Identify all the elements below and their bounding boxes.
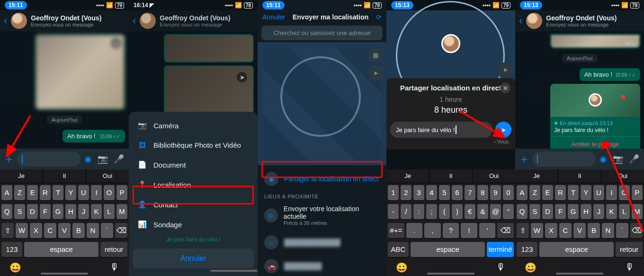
key-O[interactable]: O	[104, 185, 115, 200]
dictation-icon[interactable]: 🎙	[625, 262, 635, 273]
key-0[interactable]: 0	[503, 185, 514, 200]
message-bubble[interactable]: Ah bravo ! 15:09✓✓	[63, 130, 125, 142]
suggest-3[interactable]: Oui	[86, 169, 129, 183]
key-M[interactable]: M	[116, 204, 127, 219]
key-C[interactable]: C	[559, 223, 572, 238]
dictation-icon[interactable]: 🎙	[496, 262, 506, 273]
back-icon[interactable]: ‹	[519, 15, 522, 27]
key-![interactable]: !	[461, 223, 477, 238]
key-)[interactable]: )	[452, 204, 463, 219]
suggest-3[interactable]: Oui	[473, 169, 515, 183]
key-Y[interactable]: Y	[581, 185, 591, 200]
attach-plus-icon[interactable]: ＋	[518, 151, 530, 167]
key-K[interactable]: K	[606, 204, 617, 219]
key-8[interactable]: 8	[477, 185, 488, 200]
image-message[interactable]: ➤	[35, 34, 125, 110]
key-9[interactable]: 9	[490, 185, 501, 200]
key-R[interactable]: R	[40, 185, 51, 200]
key-5[interactable]: 5	[439, 185, 450, 200]
message-bubble[interactable]: Ah bravo !15:09✓✓	[580, 68, 640, 81]
key-Y[interactable]: Y	[65, 185, 76, 200]
key-J[interactable]: J	[78, 204, 89, 219]
key-?[interactable]: ?	[443, 223, 459, 238]
key-Q[interactable]: Q	[517, 204, 528, 219]
suggest-2[interactable]: Il	[43, 169, 86, 183]
key-.[interactable]: .	[406, 223, 423, 238]
key-E[interactable]: E	[27, 185, 38, 200]
key-J[interactable]: J	[593, 204, 604, 219]
camera-icon[interactable]: 📷	[611, 154, 625, 164]
attach-plus-icon[interactable]: ＋	[3, 151, 15, 167]
key-'[interactable]: '	[479, 223, 496, 238]
key-T[interactable]: T	[568, 185, 579, 200]
key-H[interactable]: H	[65, 204, 76, 219]
key-K[interactable]: K	[91, 204, 102, 219]
key-S[interactable]: S	[529, 204, 540, 219]
suggest-1[interactable]: Je	[515, 169, 558, 183]
key-T[interactable]: T	[53, 185, 63, 200]
avatar[interactable]	[526, 13, 542, 29]
key-W[interactable]: W	[531, 223, 543, 238]
key-I[interactable]: I	[606, 185, 617, 200]
key-G[interactable]: G	[568, 204, 579, 219]
message-input[interactable]	[532, 151, 596, 167]
menu-poll[interactable]: 📊Sondage	[129, 214, 258, 234]
key-&[interactable]: &	[477, 204, 488, 219]
key-⌫[interactable]: ⌫	[630, 223, 643, 238]
key-space[interactable]: espace	[411, 242, 485, 257]
key-123[interactable]: 123	[1, 242, 22, 257]
key-N[interactable]: N	[87, 223, 99, 238]
key-⇧[interactable]: ⇧	[517, 223, 529, 238]
close-icon[interactable]: ✕	[500, 83, 510, 93]
key-M[interactable]: M	[632, 204, 643, 219]
key-W[interactable]: W	[16, 223, 28, 238]
key-done[interactable]: terminé	[487, 242, 514, 257]
forward-icon[interactable]: ➤	[111, 38, 121, 48]
home-indicator[interactable]	[427, 273, 474, 275]
key-´[interactable]: ´	[616, 223, 628, 238]
mic-icon[interactable]: 🎤	[112, 154, 126, 164]
key-/[interactable]: /	[401, 204, 411, 219]
key-A[interactable]: A	[517, 185, 528, 200]
key-:[interactable]: :	[413, 204, 424, 219]
key-G[interactable]: G	[53, 204, 63, 219]
key-1[interactable]: 1	[388, 185, 399, 200]
key-Z[interactable]: Z	[14, 185, 25, 200]
keyboard[interactable]: Je Il Oui AZERTYUIOP QSDFGHJKLM ⇧WXCVBN´…	[0, 169, 129, 276]
key-L[interactable]: L	[104, 204, 115, 219]
duration-option-1h[interactable]: 1 heure	[386, 95, 515, 104]
key-Q[interactable]: Q	[1, 204, 12, 219]
key-3[interactable]: 3	[413, 185, 424, 200]
key-L[interactable]: L	[619, 204, 630, 219]
keyboard-numeric[interactable]: Je Il Oui 1234567890 -/:;()€&@" #+=.,?!'…	[386, 169, 515, 276]
comment-input[interactable]: Je pars faire du vélo !	[390, 122, 492, 138]
nearby-place[interactable]: 🚗████████	[258, 254, 386, 276]
menu-photo-library[interactable]: 🖼Bibliothèque Photo et Vidéo	[129, 135, 258, 155]
emoji-icon[interactable]: 😀	[396, 262, 408, 273]
back-icon[interactable]: ‹	[4, 15, 7, 27]
key-;[interactable]: ;	[426, 204, 437, 219]
key-P[interactable]: P	[116, 185, 127, 200]
message-input[interactable]	[17, 151, 80, 167]
cancel-button[interactable]: Annuler	[262, 13, 285, 21]
menu-document[interactable]: 📄Document	[129, 155, 258, 175]
key-,[interactable]: ,	[424, 223, 441, 238]
recenter-button[interactable]: ➤	[368, 66, 383, 80]
key-U[interactable]: U	[593, 185, 604, 200]
sticker-icon[interactable]: ◉	[598, 154, 609, 164]
key-C[interactable]: C	[44, 223, 56, 238]
duration-option-8h[interactable]: 8 heures	[386, 104, 515, 116]
key-X[interactable]: X	[545, 223, 557, 238]
key-⌫[interactable]: ⌫	[497, 223, 514, 238]
suggest-2[interactable]: Il	[558, 169, 601, 183]
key-R[interactable]: R	[555, 185, 566, 200]
map[interactable]: ▦ ➤	[258, 42, 386, 165]
key-([interactable]: (	[439, 204, 450, 219]
key-´[interactable]: ´	[101, 223, 113, 238]
key-@[interactable]: @	[490, 204, 501, 219]
key-#+=[interactable]: #+=	[388, 223, 404, 238]
key-return[interactable]: retour	[616, 242, 643, 257]
key-P[interactable]: P	[632, 185, 643, 200]
nearby-place[interactable]: ⌂████████████	[258, 231, 386, 254]
key-U[interactable]: U	[78, 185, 89, 200]
